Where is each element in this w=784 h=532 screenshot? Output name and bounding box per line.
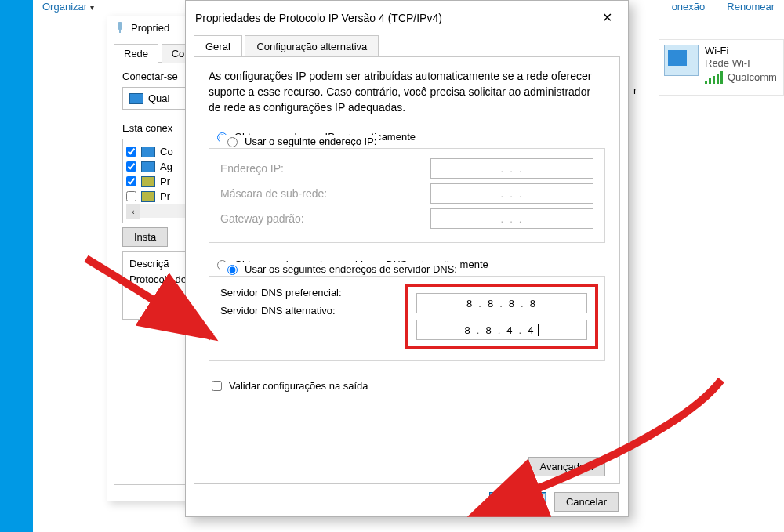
dialog-title: Propriedades de Protocolo IP Versão 4 (T… [195,12,442,24]
ok-button[interactable]: OK [489,492,546,512]
gateway-field: ... [430,208,593,229]
dns-preferred-field[interactable]: 8. 8. 8. 8 [416,293,587,313]
protocol-icon [141,161,155,172]
wifi-name: Wi-Fi [705,45,777,57]
ipv4-properties-dialog: Propriedades de Protocolo IP Versão 4 (T… [185,0,629,517]
tab-alternate-config[interactable]: Configuração alternativa [245,35,379,57]
radio-dns-manual[interactable] [227,265,238,275]
subnet-mask-field: ... [430,183,593,204]
protocol-label: Co [160,146,173,157]
svg-rect-1 [119,30,121,33]
connection-label-cut: onexão [672,1,706,13]
truncated-r: r [633,85,637,96]
scroll-left-button[interactable]: ‹ [126,204,140,219]
radio-ip-manual-label: Usar o seguinte endereço IP: [245,136,376,147]
gateway-label: Gateway padrão: [220,212,304,225]
protocol-checkbox[interactable] [126,191,136,201]
dialog-titlebar: Propriedades de Protocolo IP Versão 4 (T… [186,1,628,34]
svg-rect-0 [118,22,122,30]
wifi-adapter-name: Qualcomm [728,71,777,84]
protocol-checkbox[interactable] [126,147,136,157]
wifi-adapter-tile[interactable]: Wi-Fi Rede Wi-F Qualcomm [659,39,784,96]
radio-ip-manual[interactable] [227,137,238,147]
advanced-button[interactable]: Avançado... [528,457,605,476]
install-button[interactable]: Insta [122,227,168,247]
organize-menu[interactable]: Organizar [42,1,94,13]
info-text: As configurações IP podem ser atribuídas… [209,68,605,115]
protocol-icon [141,176,155,187]
adapter-name: Qual [148,92,169,104]
rename-link[interactable]: Renomear [727,1,775,13]
wifi-network: Rede Wi-F [705,57,777,70]
protocol-checkbox[interactable] [126,176,136,186]
adapter-window-title: Propried [131,22,169,34]
protocol-label: Ag [160,161,172,172]
protocol-icon [141,191,155,202]
protocol-label: Pr [160,176,170,187]
tab-general[interactable]: Geral [194,35,242,57]
validate-label: Validar configurações na saída [229,380,368,392]
dns-alternate-label: Servidor DNS alternativo: [220,305,336,317]
dns-preferred-label: Servidor DNS preferencial: [220,287,342,299]
ip-address-field: ... [430,158,593,179]
adapter-window-icon [114,21,126,34]
desktop-blue-strip [0,0,33,532]
cancel-button[interactable]: Cancelar [554,492,619,512]
close-button[interactable]: ✕ [596,9,619,27]
protocol-label: Pr [160,190,170,202]
signal-bars-icon [705,71,723,84]
radio-dns-manual-label: Usar os seguintes endereços de servidor … [245,263,457,275]
validate-checkbox[interactable] [212,381,222,391]
subnet-mask-label: Máscara de sub-rede: [220,187,327,200]
tab-rede[interactable]: Rede [114,44,158,63]
dns-highlight-box: 8. 8. 8. 8 8. 8. 4. 4 [405,284,598,349]
adapter-icon [129,93,143,104]
dns-alternate-field[interactable]: 8. 8. 4. 4 [416,320,587,340]
ip-address-label: Endereço IP: [220,162,284,175]
protocol-icon [141,147,155,157]
protocol-checkbox[interactable] [126,161,136,172]
wifi-adapter-icon [664,45,699,76]
